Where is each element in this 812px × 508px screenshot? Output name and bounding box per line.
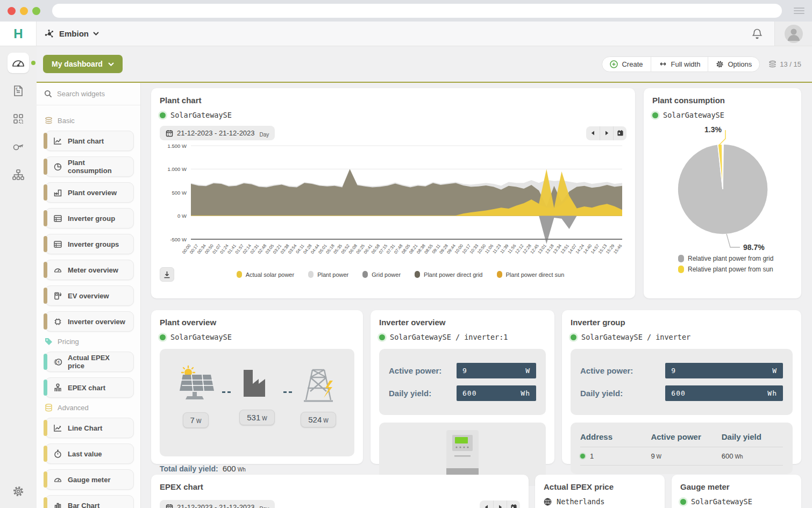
widget-sidebar: BasicPlant chartPlant consumptionPlant o… — [37, 83, 141, 508]
widget-title: Inverter overview — [379, 318, 546, 327]
svg-text:€: € — [16, 87, 18, 91]
active-power-value: 9W — [457, 363, 536, 378]
window-minimize-button[interactable] — [20, 7, 28, 15]
notifications-button[interactable] — [740, 22, 774, 46]
legend-swatch — [678, 266, 684, 273]
chart-bars-icon — [53, 501, 62, 508]
avatar — [784, 24, 803, 44]
dashboard-selector-button[interactable]: My dashboard — [43, 55, 123, 73]
next-period-button[interactable] — [600, 126, 613, 140]
sidebar-item-line-chart[interactable]: Line Chart — [45, 418, 134, 438]
legend-swatch — [415, 271, 420, 278]
search-input[interactable] — [57, 90, 127, 98]
app-logo[interactable]: H — [0, 22, 37, 46]
layers-icon — [768, 60, 777, 68]
create-button[interactable]: Create — [602, 57, 650, 71]
section-label: Advanced — [58, 404, 89, 412]
sitemap-icon — [12, 169, 25, 181]
sidebar-item-plant-consumption[interactable]: Plant consumption — [45, 156, 134, 177]
region-name: Netherlands — [557, 497, 604, 506]
widget-plant-chart: Plant chart SolarGatewaySE 21-12-2023 - … — [151, 88, 635, 298]
address-bar[interactable] — [52, 4, 782, 18]
widget-inverter-group: Inverter group SolarGatewaySE / inverter… — [562, 310, 801, 464]
table-icon — [53, 214, 62, 223]
widget-item-label: Meter overview — [68, 266, 118, 274]
create-label: Create — [622, 60, 643, 68]
next-period-button[interactable] — [493, 500, 507, 508]
window-close-button[interactable] — [8, 7, 16, 15]
nav-api-keys[interactable] — [8, 137, 29, 157]
solar-power-value: 7W — [183, 412, 209, 428]
chart-line-icon — [53, 424, 62, 433]
user-menu[interactable] — [774, 22, 812, 46]
org-switcher[interactable]: Embion — [37, 22, 106, 46]
tag-icon — [44, 337, 53, 346]
sidebar-item-plant-chart[interactable]: Plant chart — [45, 131, 134, 151]
widget-count: 13 / 15 — [768, 60, 801, 68]
nav-settings[interactable] — [8, 481, 29, 502]
sidebar-item-last-value[interactable]: Last value — [45, 443, 134, 464]
section-label: Basic — [58, 117, 75, 125]
status-dot — [160, 334, 166, 340]
sidebar-item-gauge-meter[interactable]: Gauge meter — [45, 469, 134, 490]
flow-connector — [283, 391, 292, 393]
sidebar-item-epex-chart[interactable]: EPEX chart — [45, 377, 134, 398]
table-row[interactable]: 1 9W 600Wh — [580, 447, 783, 466]
dashboard-gauge-icon — [11, 57, 25, 69]
widget-item-label: Gauge meter — [68, 476, 110, 484]
org-name: Embion — [59, 29, 89, 38]
widgets-grid-icon — [12, 113, 24, 125]
chevron-down-icon — [108, 62, 114, 66]
section-header-pricing: Pricing — [44, 337, 133, 346]
widget-item-label: EV overview — [68, 292, 109, 300]
section-label: Pricing — [58, 338, 79, 346]
nav-widgets[interactable] — [8, 109, 29, 129]
widget-item-label: EPEX chart — [68, 384, 105, 392]
gauge-icon — [53, 266, 62, 275]
nav-hierarchy[interactable] — [8, 164, 29, 185]
download-chart-button[interactable] — [160, 267, 174, 282]
nav-dashboards[interactable] — [8, 53, 29, 73]
legend-swatch — [237, 271, 242, 278]
sidebar-item-inverter-groups[interactable]: Inverter groups — [45, 234, 134, 254]
date-mode: Day — [260, 506, 269, 508]
status-dot — [580, 454, 585, 459]
layers-icon — [44, 116, 53, 125]
browser-menu-icon[interactable] — [794, 8, 804, 14]
chart-line-icon — [53, 137, 62, 146]
full-width-button[interactable]: Full width — [651, 57, 708, 71]
options-button[interactable]: Options — [708, 57, 759, 71]
sidebar-item-bar-chart[interactable]: Bar Chart — [45, 495, 134, 508]
prev-period-button[interactable] — [586, 126, 600, 140]
section-header-advanced: Advanced — [44, 403, 133, 412]
sidebar-item-ev-overview[interactable]: EV overview — [45, 285, 134, 306]
window-zoom-button[interactable] — [32, 7, 40, 15]
dashboard-canvas: Plant chart SolarGatewaySE 21-12-2023 - … — [141, 83, 812, 508]
date-mode: Day — [260, 132, 269, 138]
widget-item-label: Plant consumption — [68, 159, 128, 175]
sidebar-item-inverter-group[interactable]: Inverter group — [45, 208, 134, 228]
sidebar-item-inverter-overview[interactable]: Inverter overview — [45, 311, 134, 332]
calendar-button[interactable] — [507, 500, 520, 508]
prev-period-button[interactable] — [480, 500, 493, 508]
sidebar-item-meter-overview[interactable]: Meter overview — [45, 260, 134, 280]
calendar-button[interactable] — [613, 126, 626, 140]
invoice-document-icon: € — [12, 84, 24, 97]
section-header-basic: Basic — [44, 116, 133, 125]
sidebar-item-actual-epex-price[interactable]: €Actual EPEX price — [45, 352, 134, 372]
svg-text:1.000 W: 1.000 W — [168, 166, 187, 172]
date-range-picker[interactable]: 21-12-2023 - 21-12-2023 Day — [160, 126, 275, 140]
nav-invoices[interactable]: € — [8, 81, 29, 101]
sidebar-item-plant-overview[interactable]: Plant overview — [45, 182, 134, 203]
widget-title: Actual EPEX price — [544, 482, 656, 491]
date-range-picker[interactable]: 21-12-2023 - 21-12-2023 Day — [160, 500, 275, 508]
total-daily-yield-value: 600Wh — [223, 464, 246, 473]
active-power-value: 9W — [665, 363, 783, 378]
status-dot — [680, 499, 686, 505]
daily-yield-value: 600Wh — [665, 385, 783, 401]
widget-title: Plant chart — [160, 96, 626, 105]
search-icon — [44, 90, 52, 98]
svg-text:-500 W: -500 W — [170, 237, 187, 242]
chevron-down-icon — [93, 32, 99, 35]
svg-text:98.7%: 98.7% — [743, 243, 765, 252]
